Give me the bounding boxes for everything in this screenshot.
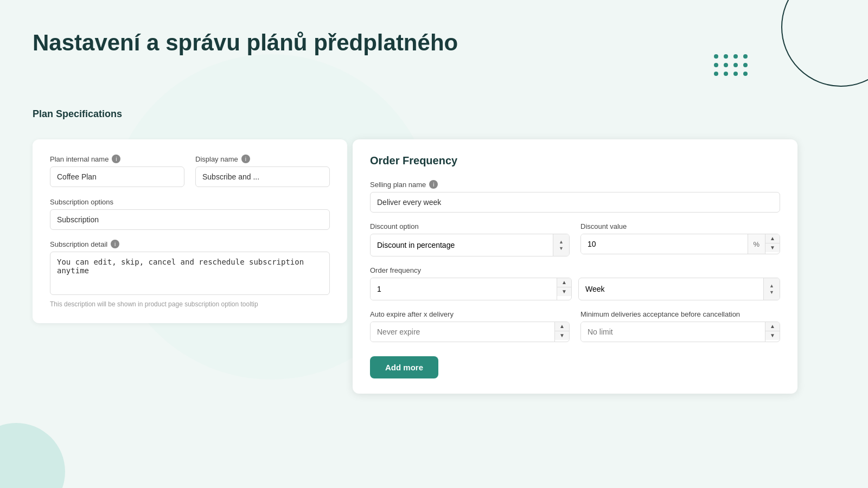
order-frequency-down[interactable]: ▼ (557, 287, 571, 296)
dots-decoration (714, 54, 749, 76)
min-deliveries-wrapper: ▲ ▼ (580, 322, 780, 342)
cards-container: Plan internal name i Display name i Subs… (33, 139, 835, 465)
subscription-detail-hint: This description will be shown in produc… (50, 300, 330, 308)
order-frequency-card: Order Frequency Selling plan name i Disc… (353, 139, 797, 394)
plan-internal-name-label: Plan internal name i (50, 155, 184, 163)
order-frequency-stepper: ▲ ▼ (557, 278, 571, 300)
subscription-detail-info-icon[interactable]: i (111, 240, 119, 248)
display-name-input[interactable] (195, 166, 330, 187)
subscription-detail-textarea[interactable]: You can edit, skip, cancel and reschedul… (50, 252, 330, 295)
subscription-detail-group: Subscription detail i You can edit, skip… (50, 240, 330, 295)
subscription-detail-label: Subscription detail i (50, 240, 330, 248)
page-title: Nastavení a správu plánů předplatného (33, 30, 458, 56)
plan-internal-name-input[interactable] (50, 166, 184, 187)
section-title: Plan Specifications (33, 108, 835, 120)
plan-internal-name-info-icon[interactable]: i (112, 155, 120, 163)
discount-row: Discount option Discount in percentage F… (370, 222, 780, 256)
display-name-label: Display name i (195, 155, 330, 163)
order-frequency-unit-select[interactable]: Week Day Month (579, 279, 763, 299)
selling-plan-name-input[interactable] (370, 192, 780, 213)
min-deliveries-stepper: ▲ ▼ (765, 322, 780, 342)
order-frequency-inputs: ▲ ▼ Week Day Month ▲ ▼ (370, 278, 780, 300)
auto-expire-up[interactable]: ▲ (555, 322, 569, 331)
order-frequency-unit-arrow[interactable]: ▲ ▼ (763, 278, 780, 300)
discount-value-down[interactable]: ▼ (765, 243, 780, 252)
discount-option-select[interactable]: Discount in percentage Fixed amount disc… (371, 235, 553, 255)
discount-value-stepper: ▲ ▼ (765, 234, 780, 254)
discount-value-group: Discount value % ▲ ▼ (580, 222, 780, 256)
bg-decoration-circle-top-right (781, 0, 868, 87)
min-deliveries-down[interactable]: ▼ (765, 331, 780, 340)
order-frequency-number-wrapper: ▲ ▼ (370, 278, 572, 300)
add-more-button[interactable]: Add more (370, 356, 438, 378)
plan-specifications-card: Plan internal name i Display name i Subs… (33, 139, 347, 323)
plan-internal-name-group: Plan internal name i (50, 155, 184, 187)
discount-unit: % (748, 234, 765, 254)
selling-plan-name-label: Selling plan name i (370, 180, 780, 189)
order-frequency-group: Order frequency ▲ ▼ Week Day Month (370, 266, 780, 300)
name-row: Plan internal name i Display name i (50, 155, 330, 187)
selling-plan-name-group: Selling plan name i (370, 180, 780, 213)
discount-option-label: Discount option (370, 222, 570, 230)
subscription-options-group: Subscription options (50, 198, 330, 230)
auto-expire-stepper: ▲ ▼ (554, 322, 569, 342)
order-frequency-unit-wrapper: Week Day Month ▲ ▼ (578, 278, 780, 300)
auto-expire-wrapper: ▲ ▼ (370, 322, 570, 342)
display-name-group: Display name i (195, 155, 330, 187)
min-deliveries-input[interactable] (581, 322, 765, 342)
subscription-options-input[interactable] (50, 209, 330, 230)
discount-option-arrow[interactable]: ▲ ▼ (553, 234, 569, 256)
discount-value-label: Discount value (580, 222, 780, 230)
order-frequency-up[interactable]: ▲ (557, 278, 571, 287)
order-frequency-title: Order Frequency (370, 155, 780, 167)
discount-value-up[interactable]: ▲ (765, 234, 780, 243)
discount-option-select-wrapper: Discount in percentage Fixed amount disc… (370, 234, 570, 256)
order-frequency-number-input[interactable] (371, 278, 557, 300)
auto-expire-input[interactable] (371, 322, 554, 342)
content-area: Plan Specifications Plan internal name i… (33, 108, 835, 465)
auto-expire-down[interactable]: ▼ (555, 331, 569, 340)
order-frequency-label: Order frequency (370, 266, 780, 274)
min-deliveries-label: Minimum deliveries acceptance before can… (580, 310, 780, 318)
min-deliveries-group: Minimum deliveries acceptance before can… (580, 310, 780, 342)
expire-row: Auto expire after x delivery ▲ ▼ Minimum… (370, 310, 780, 342)
selling-plan-name-info-icon[interactable]: i (429, 180, 438, 189)
discount-value-wrapper: % ▲ ▼ (580, 234, 780, 254)
auto-expire-label: Auto expire after x delivery (370, 310, 570, 318)
discount-option-group: Discount option Discount in percentage F… (370, 222, 570, 256)
min-deliveries-up[interactable]: ▲ (765, 322, 780, 331)
subscription-options-label: Subscription options (50, 198, 330, 206)
discount-value-input[interactable] (581, 234, 748, 254)
display-name-info-icon[interactable]: i (241, 155, 250, 163)
auto-expire-group: Auto expire after x delivery ▲ ▼ (370, 310, 570, 342)
